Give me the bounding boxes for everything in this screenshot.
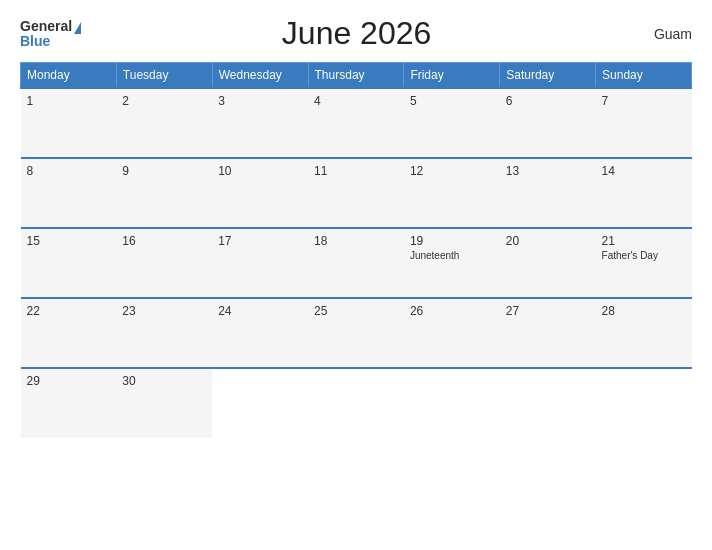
logo-blue-text: Blue xyxy=(20,34,50,48)
day-number: 8 xyxy=(27,164,111,178)
day-number: 28 xyxy=(602,304,686,318)
calendar-cell xyxy=(596,368,692,438)
calendar-cell: 21Father's Day xyxy=(596,228,692,298)
day-number: 6 xyxy=(506,94,590,108)
day-event: Juneteenth xyxy=(410,250,494,261)
day-number: 26 xyxy=(410,304,494,318)
calendar-cell: 24 xyxy=(212,298,308,368)
day-number: 16 xyxy=(122,234,206,248)
day-number: 29 xyxy=(27,374,111,388)
weekday-header-row: Monday Tuesday Wednesday Thursday Friday… xyxy=(21,63,692,89)
header-monday: Monday xyxy=(21,63,117,89)
calendar-cell: 3 xyxy=(212,88,308,158)
header-wednesday: Wednesday xyxy=(212,63,308,89)
calendar-cell: 10 xyxy=(212,158,308,228)
day-number: 22 xyxy=(27,304,111,318)
calendar-cell: 7 xyxy=(596,88,692,158)
calendar-cell: 19Juneteenth xyxy=(404,228,500,298)
calendar-page: General Blue June 2026 Guam Monday Tuesd… xyxy=(0,0,712,550)
calendar-cell: 11 xyxy=(308,158,404,228)
calendar-cell: 27 xyxy=(500,298,596,368)
calendar-cell: 30 xyxy=(116,368,212,438)
day-number: 14 xyxy=(602,164,686,178)
calendar-week-row: 1516171819Juneteenth2021Father's Day xyxy=(21,228,692,298)
calendar-week-row: 22232425262728 xyxy=(21,298,692,368)
day-number: 9 xyxy=(122,164,206,178)
calendar-cell: 28 xyxy=(596,298,692,368)
day-number: 1 xyxy=(27,94,111,108)
calendar-cell: 25 xyxy=(308,298,404,368)
calendar-cell xyxy=(212,368,308,438)
header: General Blue June 2026 Guam xyxy=(20,15,692,52)
calendar-week-row: 2930 xyxy=(21,368,692,438)
day-number: 10 xyxy=(218,164,302,178)
day-number: 12 xyxy=(410,164,494,178)
day-number: 5 xyxy=(410,94,494,108)
calendar-cell: 16 xyxy=(116,228,212,298)
day-number: 15 xyxy=(27,234,111,248)
day-number: 27 xyxy=(506,304,590,318)
day-number: 13 xyxy=(506,164,590,178)
calendar-cell: 23 xyxy=(116,298,212,368)
day-number: 3 xyxy=(218,94,302,108)
calendar-cell: 12 xyxy=(404,158,500,228)
calendar-cell xyxy=(500,368,596,438)
day-number: 7 xyxy=(602,94,686,108)
calendar-cell: 17 xyxy=(212,228,308,298)
logo-general-text: General xyxy=(20,19,81,33)
calendar-cell: 6 xyxy=(500,88,596,158)
day-number: 2 xyxy=(122,94,206,108)
calendar-cell: 15 xyxy=(21,228,117,298)
calendar-cell xyxy=(308,368,404,438)
header-tuesday: Tuesday xyxy=(116,63,212,89)
header-friday: Friday xyxy=(404,63,500,89)
calendar-cell: 18 xyxy=(308,228,404,298)
day-number: 25 xyxy=(314,304,398,318)
calendar-cell: 1 xyxy=(21,88,117,158)
calendar-table: Monday Tuesday Wednesday Thursday Friday… xyxy=(20,62,692,438)
calendar-cell: 14 xyxy=(596,158,692,228)
region-label: Guam xyxy=(632,26,692,42)
calendar-week-row: 891011121314 xyxy=(21,158,692,228)
header-thursday: Thursday xyxy=(308,63,404,89)
calendar-cell: 9 xyxy=(116,158,212,228)
day-number: 30 xyxy=(122,374,206,388)
calendar-cell: 2 xyxy=(116,88,212,158)
calendar-cell: 4 xyxy=(308,88,404,158)
day-number: 4 xyxy=(314,94,398,108)
day-number: 20 xyxy=(506,234,590,248)
day-number: 11 xyxy=(314,164,398,178)
calendar-cell: 29 xyxy=(21,368,117,438)
day-number: 24 xyxy=(218,304,302,318)
calendar-cell: 8 xyxy=(21,158,117,228)
day-number: 21 xyxy=(602,234,686,248)
logo-triangle-icon xyxy=(74,22,81,34)
calendar-cell: 20 xyxy=(500,228,596,298)
calendar-cell: 13 xyxy=(500,158,596,228)
header-saturday: Saturday xyxy=(500,63,596,89)
calendar-week-row: 1234567 xyxy=(21,88,692,158)
day-number: 19 xyxy=(410,234,494,248)
logo: General Blue xyxy=(20,19,81,47)
header-sunday: Sunday xyxy=(596,63,692,89)
calendar-cell: 22 xyxy=(21,298,117,368)
calendar-title: June 2026 xyxy=(81,15,632,52)
day-event: Father's Day xyxy=(602,250,686,261)
day-number: 18 xyxy=(314,234,398,248)
calendar-cell: 5 xyxy=(404,88,500,158)
calendar-cell xyxy=(404,368,500,438)
calendar-cell: 26 xyxy=(404,298,500,368)
day-number: 23 xyxy=(122,304,206,318)
day-number: 17 xyxy=(218,234,302,248)
